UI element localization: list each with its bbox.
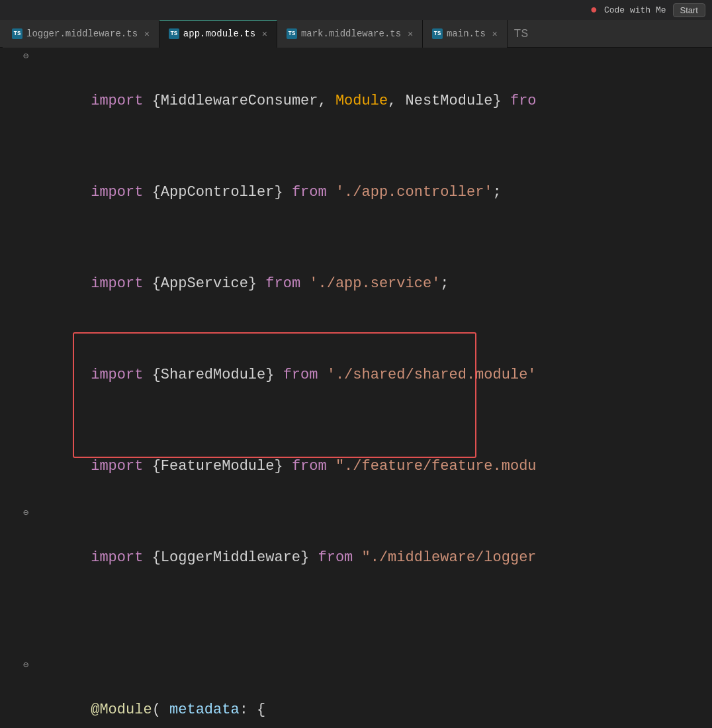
fold-icon-9[interactable]: ⊖	[21, 660, 30, 669]
ts-icon-main: TS	[432, 28, 443, 39]
line-content-2: import {AppController} from './app.contr…	[32, 147, 712, 238]
code-line-4: import {SharedModule} from './shared/sha…	[0, 330, 712, 421]
ts-icon-active: TS	[169, 28, 179, 39]
tab-mark-label: mark.middleware.ts	[301, 28, 401, 39]
start-button[interactable]: Start	[673, 3, 705, 17]
code-line-8	[0, 634, 712, 664]
tab-appmodule-close[interactable]: ✕	[262, 28, 267, 39]
tab-main-label: main.ts	[447, 28, 486, 39]
tab-bar: TS logger.middleware.ts ✕ TS app.module.…	[0, 20, 712, 48]
line-content-4: import {SharedModule} from './shared/sha…	[32, 330, 712, 421]
tab-logger[interactable]: TS logger.middleware.ts ✕	[3, 20, 159, 48]
code-line-7	[0, 604, 712, 634]
top-bar: ● Code with Me Start	[0, 0, 712, 20]
tab-appmodule[interactable]: TS app.module.ts ✕	[159, 20, 277, 48]
code-line-5: import {FeatureModule} from "./feature/f…	[0, 421, 712, 512]
tab-main-close[interactable]: ✕	[492, 28, 498, 39]
line-content-1: import {MiddlewareConsumer, Module, Nest…	[32, 56, 712, 147]
tab-logger-label: logger.middleware.ts	[26, 28, 138, 39]
line-content-9: @Module( metadata: {	[32, 664, 712, 728]
line-content-6: import {LoggerMiddleware} from "./middle…	[32, 512, 712, 604]
code-line-2: import {AppController} from './app.contr…	[0, 147, 712, 238]
code-line-1: ⊖ import {MiddlewareConsumer, Module, Ne…	[0, 56, 712, 147]
tab-mark[interactable]: TS mark.middleware.ts ✕	[277, 20, 423, 48]
code-editor: ⊖ import {MiddlewareConsumer, Module, Ne…	[0, 48, 712, 728]
line-content-3: import {AppService} from './app.service'…	[32, 238, 712, 330]
tab-logger-close[interactable]: ✕	[144, 28, 150, 39]
ts-icon-more: TS	[514, 27, 529, 40]
code-with-me-label: Code with Me	[604, 5, 666, 15]
tab-more[interactable]: TS	[508, 27, 535, 40]
line-content-5: import {FeatureModule} from "./feature/f…	[32, 421, 712, 512]
code-line-6: ⊖ import {LoggerMiddleware} from "./midd…	[0, 512, 712, 604]
ts-icon-mark: TS	[287, 28, 297, 39]
tab-appmodule-label: app.module.ts	[183, 28, 255, 39]
fold-icon-1[interactable]: ⊖	[21, 51, 30, 60]
tab-mark-close[interactable]: ✕	[408, 28, 413, 39]
live-indicator: ●	[590, 3, 598, 17]
code-line-3: import {AppService} from './app.service'…	[0, 238, 712, 330]
code-line-9: ⊖ @Module( metadata: {	[0, 664, 712, 728]
fold-icon-6[interactable]: ⊖	[21, 508, 30, 517]
ts-icon: TS	[12, 28, 22, 39]
tab-main[interactable]: TS main.ts ✕	[423, 20, 508, 48]
